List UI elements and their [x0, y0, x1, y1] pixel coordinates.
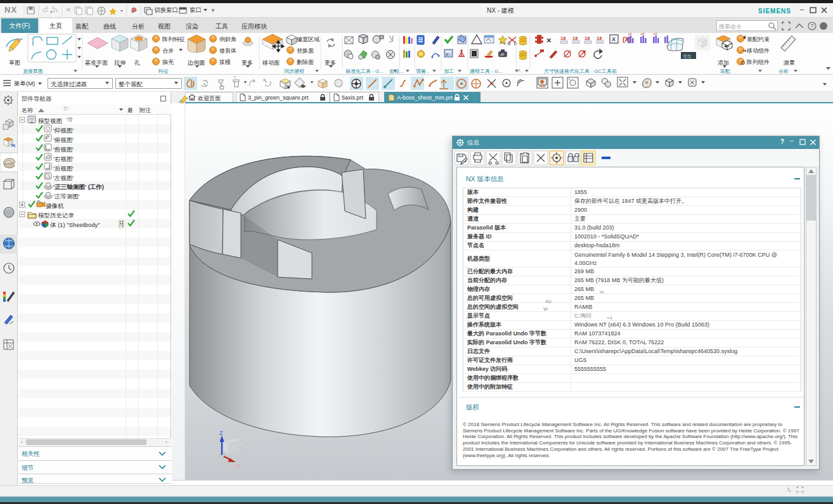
svg-text:X: X — [236, 463, 240, 469]
svg-text:Z: Z — [219, 430, 223, 436]
svg-text:Y: Y — [238, 444, 242, 451]
svg-text:?: ? — [811, 23, 814, 29]
